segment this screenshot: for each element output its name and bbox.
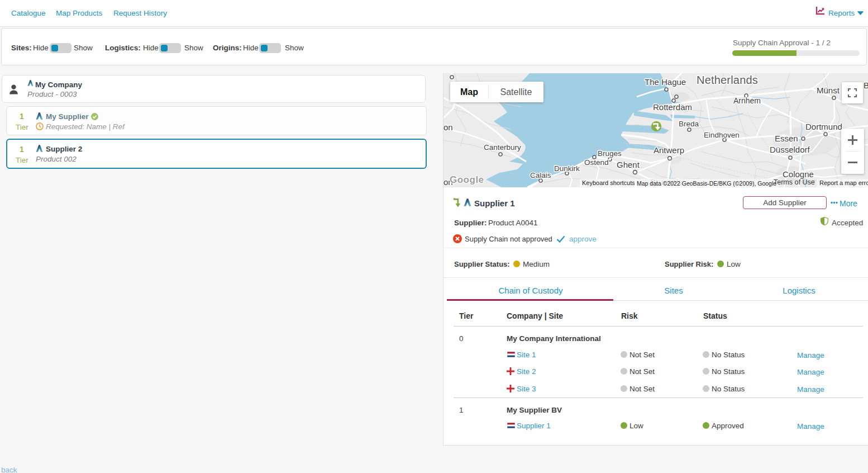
svg-text:Ghent: Ghent (617, 160, 640, 169)
svg-text:B: B (864, 81, 868, 90)
svg-text:The Hague: The Hague (645, 77, 686, 87)
svg-text:on: on (443, 122, 453, 132)
svg-text:Bruges: Bruges (598, 149, 622, 158)
svg-text:Calais: Calais (530, 171, 551, 179)
svg-text:Essen: Essen (775, 134, 798, 143)
svg-text:Dortmund: Dortmund (805, 122, 842, 131)
svg-text:Antwerp: Antwerp (654, 145, 684, 155)
svg-text:Arnhem: Arnhem (733, 96, 761, 105)
svg-text:Google: Google (450, 174, 484, 185)
svg-text:Eindhoven: Eindhoven (704, 131, 740, 139)
svg-text:Münst: Münst (817, 86, 840, 95)
svg-text:Canterbury: Canterbury (484, 143, 521, 152)
svg-text:Dunkirk: Dunkirk (554, 164, 580, 173)
svg-text:Rotterdam: Rotterdam (653, 102, 692, 112)
svg-text:Ostend: Ostend (584, 158, 609, 167)
svg-text:Netherlands: Netherlands (697, 74, 758, 86)
svg-text:Düsseldorf: Düsseldorf (770, 145, 810, 154)
svg-text:Breda: Breda (679, 120, 699, 128)
svg-text:Cologne: Cologne (783, 169, 814, 179)
